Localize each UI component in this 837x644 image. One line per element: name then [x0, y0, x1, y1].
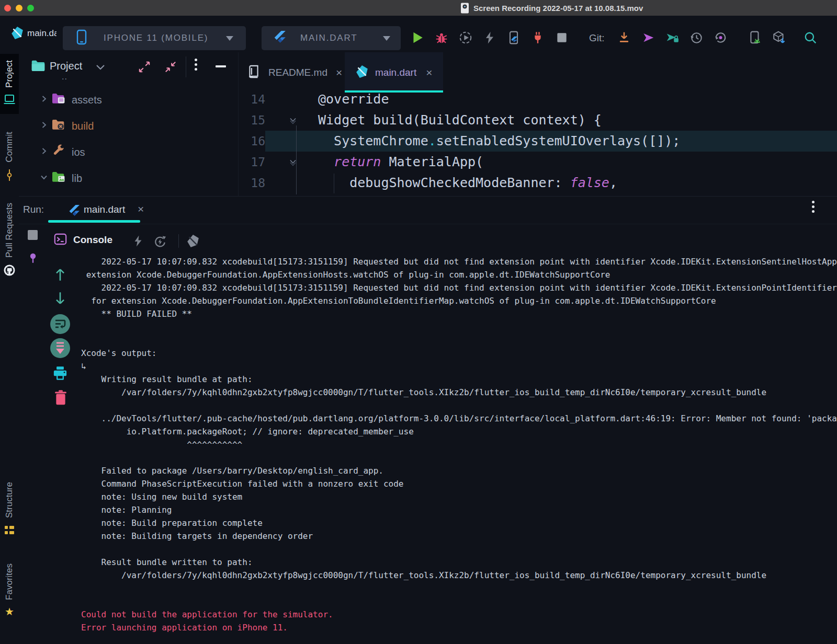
code-line-17[interactable]: 17 return MaterialApp(: [239, 152, 837, 172]
dart-logo-icon: [10, 26, 24, 42]
close-icon[interactable]: ×: [138, 203, 144, 214]
line-number: 14: [239, 93, 265, 106]
code-text: SystemChrome.setEnabledSystemUIOverlays(…: [318, 131, 680, 152]
code-line-15[interactable]: 15Widget build(BuildContext context) {: [239, 110, 837, 131]
sidebar-item-commit[interactable]: Commit: [0, 132, 19, 183]
terminal-icon: [53, 232, 67, 248]
chevron-down-icon[interactable]: [40, 173, 48, 183]
dart-logo-icon: [355, 65, 369, 80]
commit-and-push-icon[interactable]: [665, 31, 679, 44]
flutter-logo-icon: [68, 204, 81, 220]
collapse-all-icon[interactable]: [164, 60, 177, 76]
soft-wrap-icon[interactable]: [50, 314, 71, 337]
code-line-14[interactable]: 14@override: [239, 89, 837, 110]
stop-icon[interactable]: [555, 31, 569, 44]
fold-marker-icon[interactable]: [265, 110, 318, 131]
code-text: return MaterialApp(: [318, 152, 483, 172]
update-project-icon[interactable]: [617, 31, 631, 44]
github-icon: [3, 264, 16, 279]
pin-icon[interactable]: [27, 252, 39, 267]
movie-file-icon: [460, 3, 469, 16]
chevron-right-icon[interactable]: [40, 121, 48, 131]
active-tab-indicator: [48, 220, 140, 223]
indent-guide: [334, 174, 334, 193]
tree-item-assets[interactable]: assets: [19, 87, 238, 113]
assets-folder-icon: [51, 93, 66, 107]
attach-debugger-icon[interactable]: [507, 31, 521, 44]
run-actions: [411, 31, 569, 44]
expand-all-icon[interactable]: [138, 60, 151, 76]
code-text: debugShowCheckedModeBanner: false,: [318, 172, 617, 193]
project-name: main.da: [27, 28, 56, 41]
sidebar-item-structure[interactable]: Structure: [0, 482, 19, 538]
kebab-menu-icon[interactable]: [812, 201, 815, 213]
ide-toolbar: main.da IPHONE 11 (MOBILE) MAIN.DART: [0, 16, 837, 52]
code-line-18[interactable]: 18 debugShowCheckedModeBanner: false,: [239, 172, 837, 193]
stop-icon[interactable]: [28, 230, 38, 240]
debug-icon[interactable]: [435, 31, 448, 44]
close-icon[interactable]: ×: [426, 67, 432, 78]
wrench-icon: [51, 144, 66, 160]
sdk-manager-icon[interactable]: [772, 31, 786, 44]
window-title: Screen Recording 2022-05-17 at 10.08.15.…: [473, 0, 643, 16]
tab-main-dart[interactable]: main.dart ×: [345, 52, 443, 93]
sidebar-item-project[interactable]: Project: [0, 54, 19, 114]
commit-node-icon: [4, 169, 15, 183]
print-icon[interactable]: [52, 366, 68, 383]
gutter: [265, 131, 318, 152]
gutter: [265, 89, 318, 110]
device-manager-icon[interactable]: [748, 31, 762, 44]
console-output[interactable]: 2022-05-17 10:07:09.832 xcodebuild[15173…: [81, 255, 837, 644]
build-folder-icon: [51, 119, 66, 133]
close-window-button[interactable]: [4, 5, 11, 12]
lightning-icon[interactable]: [132, 234, 144, 250]
lightning-icon[interactable]: [483, 31, 496, 44]
line-number: 18: [239, 176, 265, 190]
push-icon[interactable]: [641, 31, 655, 44]
clear-all-icon[interactable]: [54, 390, 67, 408]
folder-icon: [31, 59, 46, 75]
plug-icon[interactable]: [531, 31, 545, 44]
run-icon[interactable]: [411, 31, 424, 44]
run-header: Run: main.dart ×: [19, 197, 837, 224]
code-text: @override: [318, 89, 389, 110]
tree-item-lib[interactable]: lib: [19, 165, 238, 191]
chevron-down-icon[interactable]: [96, 63, 105, 73]
sidebar-item-favorites[interactable]: Favorites ★: [0, 564, 19, 617]
history-icon[interactable]: [689, 31, 703, 44]
rollback-icon[interactable]: [714, 31, 727, 44]
device-selector[interactable]: IPHONE 11 (MOBILE): [63, 26, 246, 50]
zoom-window-button[interactable]: [27, 5, 34, 12]
project-view-selector[interactable]: Project: [50, 60, 82, 72]
tab-console[interactable]: Console: [53, 227, 112, 253]
scroll-to-end-icon[interactable]: [50, 338, 71, 361]
profile-icon[interactable]: [459, 31, 472, 44]
search-icon[interactable]: [804, 31, 817, 44]
line-number: 17: [239, 155, 265, 169]
tree-item-build[interactable]: build: [19, 113, 238, 139]
fold-marker-icon[interactable]: [265, 152, 318, 172]
code-area[interactable]: 14@override15Widget build(BuildContext c…: [239, 89, 837, 193]
git-label: Git:: [589, 32, 605, 44]
code-line-16[interactable]: 16 SystemChrome.setEnabledSystemUIOverla…: [239, 131, 837, 152]
device-tools: [748, 31, 817, 44]
dart-logo-icon[interactable]: [186, 234, 200, 250]
kebab-menu-icon[interactable]: [195, 59, 197, 71]
run-config-selector[interactable]: MAIN.DART: [262, 26, 401, 50]
down-stack-icon[interactable]: [53, 291, 67, 308]
tool-window-strip: Project Commit Pull Requests Structure F…: [0, 52, 19, 644]
minimize-window-button[interactable]: [16, 5, 22, 12]
hot-restart-icon[interactable]: [153, 234, 167, 251]
up-stack-icon[interactable]: [53, 267, 67, 284]
tree-item-ios[interactable]: ios: [19, 139, 238, 165]
sidebar-item-pull-requests[interactable]: Pull Requests: [0, 203, 19, 279]
chevron-down-icon: [383, 36, 390, 41]
tab-readme[interactable]: README.md ×: [239, 52, 345, 93]
book-icon: [246, 64, 261, 81]
hide-panel-icon[interactable]: [216, 65, 226, 67]
code-text: Widget build(BuildContext context) {: [318, 110, 602, 131]
close-icon[interactable]: ×: [336, 67, 342, 78]
divider: [186, 56, 186, 77]
chevron-right-icon[interactable]: [40, 95, 48, 105]
chevron-right-icon[interactable]: [40, 147, 48, 157]
